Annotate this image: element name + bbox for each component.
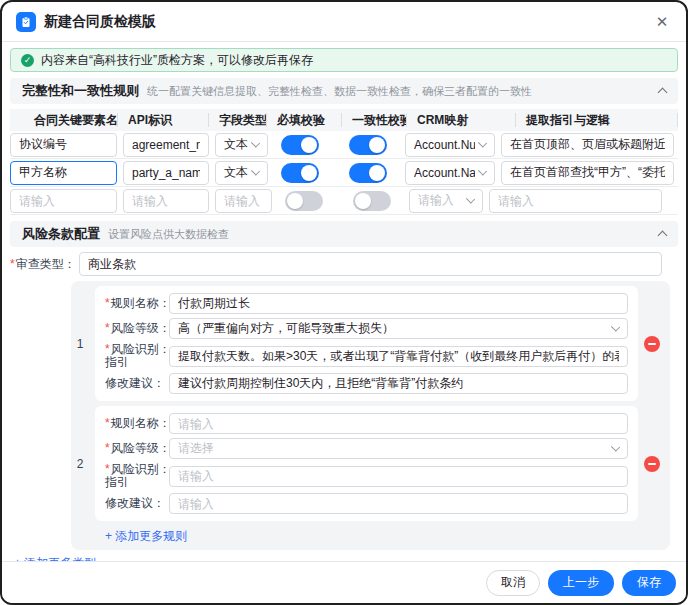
check-circle-icon	[21, 54, 34, 67]
close-icon[interactable]	[652, 12, 672, 32]
review-type-input[interactable]	[79, 252, 662, 276]
required-toggle[interactable]	[285, 191, 323, 211]
rule-index: 2	[71, 457, 89, 471]
element-name-input[interactable]	[10, 189, 117, 213]
risk-guide-label: *风险识别：指引	[105, 343, 163, 369]
consistency-toggle[interactable]	[349, 163, 387, 183]
section-title: 完整性和一致性规则	[22, 82, 139, 100]
api-key-input[interactable]	[123, 189, 209, 213]
rule-item: 1 *规则名称： *风险等级： 高（严重偏向对方，可能导致重大损失）	[71, 286, 670, 401]
suggestion-input[interactable]	[169, 493, 628, 514]
chevron-down-icon	[466, 194, 475, 203]
success-banner: 内容来自“高科技行业”质检方案，可以修改后再保存	[10, 48, 678, 72]
review-type-row: *审查类型：	[10, 252, 678, 276]
element-name-input[interactable]	[10, 133, 117, 157]
remove-rule-button[interactable]	[644, 336, 660, 352]
new-template-dialog: 新建合同质检模版 内容来自“高科技行业”质检方案，可以修改后再保存 完整性和一致…	[0, 0, 688, 605]
extraction-guide-input[interactable]	[489, 189, 662, 213]
table-header: 合同关键要素名称 API标识 字段类型 必填校验 一致性校验 CRM映射 提取指…	[10, 109, 678, 131]
chevron-down-icon	[251, 166, 260, 175]
field-type-select[interactable]: 文本	[215, 161, 268, 185]
previous-step-button[interactable]: 上一步	[548, 570, 614, 596]
rule-name-input[interactable]	[169, 413, 628, 434]
chevron-down-icon	[611, 322, 620, 331]
rule-card: *规则名称： *风险等级： 请选择 *风险识别：指引	[95, 406, 638, 521]
dialog-footer: 取消 上一步 保存	[2, 561, 686, 603]
rule-name-label: *规则名称：	[105, 417, 163, 430]
chevron-down-icon	[478, 166, 487, 175]
rule-name-input[interactable]	[169, 293, 628, 314]
suggestion-label: 修改建议：	[105, 497, 163, 510]
required-toggle[interactable]	[281, 163, 319, 183]
col-header: CRM映射	[407, 113, 516, 127]
element-name-input[interactable]	[10, 161, 117, 185]
section-subtitle: 设置风险点供大数据检查	[108, 227, 651, 242]
col-header: 必填校验	[267, 113, 342, 127]
consistency-toggle[interactable]	[349, 135, 387, 155]
api-key-input[interactable]	[123, 133, 209, 157]
table-row: 文本 Account.Name	[10, 159, 678, 187]
risk-guide-input[interactable]	[169, 346, 628, 367]
extraction-guide-input[interactable]	[501, 161, 674, 185]
cancel-button[interactable]: 取消	[486, 570, 540, 596]
col-header: API标识	[118, 113, 209, 127]
rule-card: *规则名称： *风险等级： 高（严重偏向对方，可能导致重大损失） *风险识别：指…	[95, 286, 638, 401]
remove-rule-button[interactable]	[644, 456, 660, 472]
add-rule-link[interactable]: + 添加更多规则	[105, 528, 187, 545]
api-key-input[interactable]	[123, 161, 209, 185]
chevron-down-icon	[611, 442, 620, 451]
chevron-up-icon[interactable]	[658, 88, 668, 98]
dialog-title: 新建合同质检模版	[44, 13, 644, 31]
section-title: 风险条款配置	[22, 225, 100, 243]
dialog-body: 内容来自“高科技行业”质检方案，可以修改后再保存 完整性和一致性规则 统一配置关…	[2, 42, 686, 561]
col-header: 一致性校验	[342, 113, 407, 127]
risk-level-select[interactable]: 请选择	[169, 438, 628, 459]
risk-level-select[interactable]: 高（严重偏向对方，可能导致重大损失）	[169, 318, 628, 339]
risk-guide-label: *风险识别：指引	[105, 463, 163, 489]
section-integrity-header[interactable]: 完整性和一致性规则 统一配置关键信息提取、完整性检查、数据一致性检查，确保三者配…	[10, 78, 678, 104]
consistency-toggle[interactable]	[353, 191, 391, 211]
banner-text: 内容来自“高科技行业”质检方案，可以修改后再保存	[41, 52, 313, 69]
clipboard-icon	[16, 12, 36, 32]
rule-item: 2 *规则名称： *风险等级： 请选择 *风险识别：指引	[71, 406, 670, 521]
field-type-input[interactable]	[215, 189, 272, 213]
crm-mapping-select[interactable]: Account.Name	[405, 161, 495, 185]
required-toggle[interactable]	[281, 135, 319, 155]
section-subtitle: 统一配置关键信息提取、完整性检查、数据一致性检查，确保三者配置的一致性	[147, 84, 651, 99]
rule-index: 1	[71, 337, 89, 351]
chevron-up-icon[interactable]	[658, 231, 668, 241]
rule-name-label: *规则名称：	[105, 297, 163, 310]
crm-mapping-select[interactable]: 请输入	[409, 189, 483, 213]
section-risk-header[interactable]: 风险条款配置 设置风险点供大数据检查	[10, 221, 678, 247]
risk-guide-input[interactable]	[169, 466, 628, 487]
extraction-guide-input[interactable]	[501, 133, 674, 157]
col-header: 字段类型	[209, 113, 267, 127]
suggestion-label: 修改建议：	[105, 377, 163, 390]
chevron-down-icon	[251, 138, 260, 147]
col-header: 提取指引与逻辑	[516, 113, 678, 127]
crm-mapping-select[interactable]: Account.Number	[405, 133, 495, 157]
rules-panel: 1 *规则名称： *风险等级： 高（严重偏向对方，可能导致重大损失）	[71, 281, 670, 550]
review-type-label: *审查类型：	[10, 256, 74, 273]
risk-level-label: *风险等级：	[105, 442, 163, 455]
chevron-down-icon	[478, 138, 487, 147]
field-type-select[interactable]: 文本	[215, 133, 268, 157]
save-button[interactable]: 保存	[622, 570, 676, 596]
risk-level-label: *风险等级：	[105, 322, 163, 335]
suggestion-input[interactable]	[169, 373, 628, 394]
col-header: 合同关键要素名称	[10, 113, 118, 127]
table-row: 文本 Account.Number	[10, 131, 678, 159]
dialog-header: 新建合同质检模版	[2, 2, 686, 42]
table-row: 请输入	[10, 187, 678, 215]
